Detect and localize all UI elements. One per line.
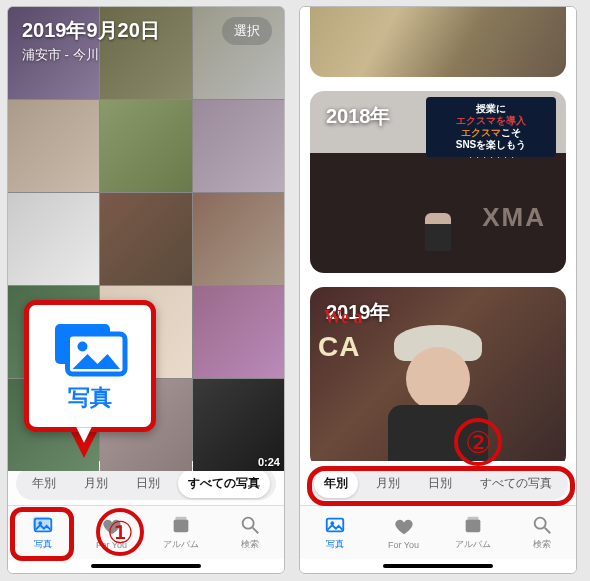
header-location: 浦安市 - 今川 <box>22 46 270 64</box>
photo-thumb[interactable] <box>193 100 284 192</box>
tab-label: アルバム <box>163 538 199 551</box>
home-indicator[interactable] <box>300 559 576 573</box>
annotation-number-2: ② <box>454 418 502 466</box>
year-card-2018[interactable]: 2018年 授業に エクスマを導入 エクスマこそ SNSを楽しもう ・・・・・・… <box>310 91 566 273</box>
svg-rect-3 <box>173 520 188 533</box>
tab-foryou[interactable]: For You <box>369 506 438 559</box>
svg-rect-9 <box>465 520 480 533</box>
tab-label: 写真 <box>326 538 344 551</box>
photo-thumb[interactable] <box>8 193 99 285</box>
svg-rect-7 <box>326 519 343 532</box>
tab-search[interactable]: 検索 <box>507 506 576 559</box>
annotation-number-1: ① <box>96 508 144 556</box>
photos-large-icon <box>50 319 130 379</box>
photos-icon <box>323 514 347 536</box>
callout-label: 写真 <box>68 383 112 413</box>
presentation-banner: 授業に エクスマを導入 エクスマこそ SNSを楽しもう ・・・・・・・ <box>426 97 556 157</box>
segment-months[interactable]: 月別 <box>366 469 410 498</box>
svg-point-15 <box>78 342 88 352</box>
home-indicator[interactable] <box>8 559 284 573</box>
tab-label: 検索 <box>241 538 259 551</box>
tab-albums[interactable]: アルバム <box>438 506 507 559</box>
neon-sign-2: CA <box>318 331 360 363</box>
svg-line-6 <box>252 528 258 534</box>
photo-thumb[interactable] <box>193 193 284 285</box>
svg-line-12 <box>544 528 550 534</box>
tab-label: For You <box>388 540 419 550</box>
tab-label: アルバム <box>455 538 491 551</box>
tab-photos[interactable]: 写真 <box>8 506 77 559</box>
photos-icon <box>31 514 55 536</box>
tab-search[interactable]: 検索 <box>215 506 284 559</box>
photos-years-view: 2018年 授業に エクスマを導入 エクスマこそ SNSを楽しもう ・・・・・・… <box>300 7 576 461</box>
stage-text: XMA <box>482 202 546 233</box>
albums-icon <box>169 514 193 536</box>
year-label: 2018年 <box>326 103 391 130</box>
segment-years[interactable]: 年別 <box>314 469 358 498</box>
neon-sign-1: We a <box>324 307 363 328</box>
heart-icon <box>392 516 416 538</box>
annotation-callout-photos: 写真 <box>24 300 156 432</box>
svg-rect-10 <box>467 517 478 520</box>
segment-all[interactable]: すべての写真 <box>470 469 562 498</box>
video-duration: 0:24 <box>258 456 280 468</box>
select-button[interactable]: 選択 <box>222 17 272 45</box>
svg-point-5 <box>242 518 253 529</box>
phone-left: 0:24 2019年9月20日 浦安市 - 今川 選択 年別 月別 日別 すべて… <box>7 6 285 574</box>
segment-days[interactable]: 日別 <box>418 469 462 498</box>
presenter-figure <box>425 213 451 251</box>
year-card-2019[interactable]: 2019年 We a CA <box>310 287 566 461</box>
video-thumb[interactable]: 0:24 <box>193 379 284 471</box>
tab-label: 検索 <box>533 538 551 551</box>
year-card-prev[interactable] <box>310 7 566 77</box>
tab-label: 写真 <box>34 538 52 551</box>
albums-icon <box>461 514 485 536</box>
photo-thumb[interactable] <box>100 100 191 192</box>
segment-days[interactable]: 日別 <box>126 469 170 498</box>
svg-rect-4 <box>175 517 186 520</box>
segment-years[interactable]: 年別 <box>22 469 66 498</box>
tab-albums[interactable]: アルバム <box>146 506 215 559</box>
phone-right: 2018年 授業に エクスマを導入 エクスマこそ SNSを楽しもう ・・・・・・… <box>299 6 577 574</box>
callout-tail-inner <box>76 427 91 442</box>
search-icon <box>238 514 262 536</box>
photo-thumb[interactable] <box>100 193 191 285</box>
search-icon <box>530 514 554 536</box>
tab-bar: 写真 For You アルバム 検索 <box>300 505 576 559</box>
tab-photos[interactable]: 写真 <box>300 506 369 559</box>
photo-thumb[interactable] <box>8 100 99 192</box>
photo-thumb[interactable] <box>193 286 284 378</box>
view-segments: 年別 月別 日別 すべての写真 <box>300 461 576 505</box>
segment-all[interactable]: すべての写真 <box>178 469 270 498</box>
segment-months[interactable]: 月別 <box>74 469 118 498</box>
svg-point-11 <box>534 518 545 529</box>
tab-bar: 写真 For You アルバム 検索 <box>8 505 284 559</box>
